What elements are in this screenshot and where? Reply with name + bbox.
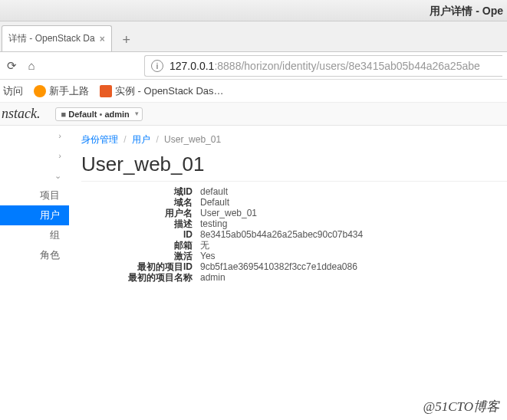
user-properties: 域IDdefault 域名Default 用户名User_web_01 描述te… [123, 186, 507, 283]
divider [81, 181, 507, 182]
sidebar-expand[interactable]: ⌄ [0, 166, 69, 185]
firefox-icon [34, 85, 46, 97]
value-active: Yes [200, 251, 216, 261]
openstack-icon [100, 85, 112, 97]
bookmark-label: 访问 [3, 84, 23, 98]
label-desc: 描述 [123, 218, 200, 229]
label-email: 邮箱 [123, 240, 200, 251]
browser-tabstrip: 详情 - OpenStack Da × + [0, 21, 507, 52]
sidebar-item-groups[interactable]: 组 [0, 225, 69, 245]
sidebar-item-label: 组 [50, 228, 60, 242]
url-host: 127.0.0.1 [170, 60, 214, 72]
sidebar-item-roles[interactable]: 角色 [0, 245, 69, 265]
bookmark-item-openstack[interactable]: 实例 - OpenStack Das… [100, 84, 224, 98]
sidebar-item-users[interactable]: 用户 [0, 205, 69, 225]
value-desc: testing [200, 218, 227, 229]
breadcrumb-users[interactable]: 用户 [132, 134, 150, 145]
value-user-name: User_web_01 [200, 208, 257, 218]
sidebar-collapse-2[interactable]: › [0, 146, 69, 166]
value-domain-name: Default [200, 197, 229, 208]
brand-logo[interactable]: nstack. [2, 106, 40, 122]
url-bar[interactable]: i 127.0.0.1:8888/horizon/identity/users/… [144, 55, 502, 77]
label-proj-id: 最初的项目ID [123, 261, 200, 272]
page-title: User_web_01 [81, 153, 507, 176]
value-domain-id: default [200, 186, 228, 197]
breadcrumb: 身份管理 / 用户 / User_web_01 [81, 130, 507, 149]
tab-label: 详情 - OpenStack Da [8, 32, 95, 45]
chevron-down-icon: ⌄ [54, 171, 61, 181]
value-proj-name: admin [200, 272, 226, 283]
sidebar-item-label: 角色 [40, 248, 60, 262]
url-path: :8888/horizon/identity/users/8e3415ab05b… [214, 60, 479, 72]
value-id: 8e3415ab05b44a26a25abec90c07b434 [200, 229, 363, 240]
value-proj-id: 9cb5f1ae3695410382f3cc7e1ddea086 [200, 261, 357, 272]
sidebar: › › ⌄ 项目 用户 组 角色 [0, 126, 69, 420]
new-tab-button[interactable]: + [115, 28, 138, 51]
bookmarks-bar: 访问 新手上路 实例 - OpenStack Das… [0, 80, 507, 103]
site-info-icon[interactable]: i [151, 60, 163, 72]
label-user-name: 用户名 [123, 208, 200, 218]
sidebar-collapse-1[interactable]: › [0, 126, 69, 146]
label-domain-name: 域名 [123, 197, 200, 208]
home-icon[interactable]: ⌂ [25, 59, 38, 73]
browser-navbar: ⟳ ⌂ i 127.0.0.1:8888/horizon/identity/us… [0, 52, 507, 80]
chevron-right-icon: › [58, 131, 61, 140]
sidebar-item-label: 用户 [40, 208, 60, 222]
label-id: ID [123, 229, 200, 240]
domain-user-dropdown[interactable]: ■ Default • admin [55, 107, 142, 121]
watermark: @51CTO博客 [423, 398, 499, 415]
browser-tab-active[interactable]: 详情 - OpenStack Da × [2, 25, 112, 51]
label-active: 激活 [123, 251, 200, 261]
main-content: 身份管理 / 用户 / User_web_01 User_web_01 域IDd… [69, 126, 507, 420]
bookmark-item-visit[interactable]: 访问 [3, 84, 23, 98]
breadcrumb-current: User_web_01 [164, 134, 221, 145]
value-email: 无 [200, 240, 209, 251]
bookmark-label: 实例 - OpenStack Das… [115, 84, 224, 98]
label-domain-id: 域ID [123, 186, 200, 197]
label-proj-name: 最初的项目名称 [123, 272, 200, 283]
sidebar-item-project[interactable]: 项目 [0, 185, 69, 205]
bookmark-label: 新手上路 [49, 84, 89, 98]
breadcrumb-identity[interactable]: 身份管理 [81, 134, 118, 145]
reload-icon[interactable]: ⟳ [5, 59, 18, 73]
window-title: 用户详情 - Ope [0, 0, 507, 21]
sidebar-item-label: 项目 [40, 189, 60, 202]
chevron-right-icon: › [58, 151, 61, 160]
user-label: admin [104, 110, 129, 119]
app-topbar: nstack. ■ Default • admin [0, 103, 507, 126]
domain-label: Default [68, 110, 97, 119]
bookmark-item-firefox[interactable]: 新手上路 [34, 84, 89, 98]
close-icon[interactable]: × [95, 34, 105, 44]
